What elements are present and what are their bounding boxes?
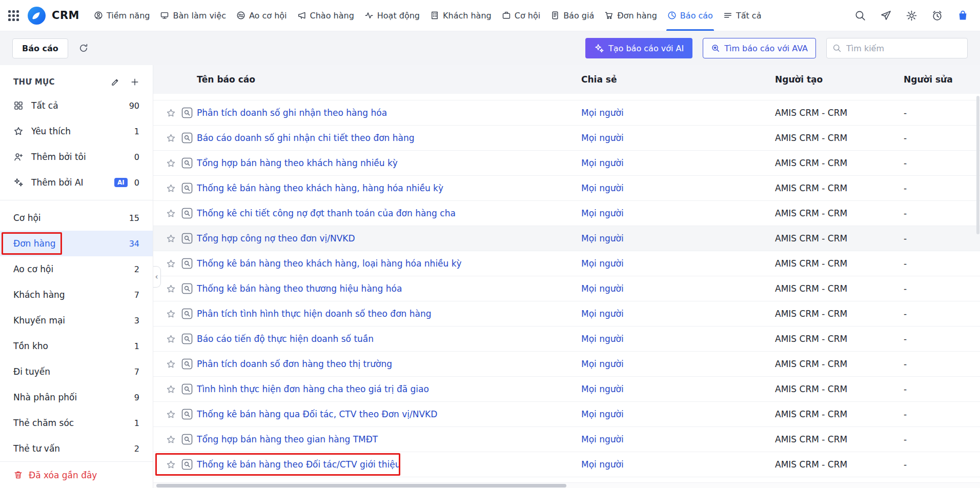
create-report-ai-button[interactable]: Tạo báo cáo với AI [585, 38, 692, 58]
sidebar-item-3[interactable]: Thêm bởi tôi 0 [0, 144, 153, 170]
refresh-icon[interactable] [78, 43, 89, 53]
preview-icon[interactable] [181, 233, 193, 244]
favorite-star-icon[interactable] [166, 259, 176, 269]
favorite-star-icon[interactable] [166, 209, 176, 218]
share-link[interactable]: Mọi người [581, 133, 775, 143]
preview-icon[interactable] [181, 459, 193, 470]
favorite-star-icon[interactable] [166, 460, 176, 470]
preview-icon[interactable] [181, 157, 193, 169]
nav-item-9[interactable]: Đơn hàng [604, 0, 657, 31]
vertical-scrollbar-thumb[interactable] [976, 96, 979, 234]
report-row-7[interactable]: Thống kê bán hàng theo khách hàng, loại … [153, 251, 980, 276]
app-launcher-icon[interactable] [8, 10, 19, 21]
report-name-link[interactable]: Tổng hợp công nợ theo đơn vị/NVKD [197, 233, 581, 243]
favorite-star-icon[interactable] [166, 284, 176, 294]
vertical-scrollbar[interactable] [976, 94, 980, 482]
sidebar-folder-4[interactable]: Khách hàng 7 [0, 282, 153, 308]
preview-icon[interactable] [181, 308, 193, 319]
report-row-6[interactable]: Tổng hợp công nợ theo đơn vị/NVKD Mọi ng… [153, 226, 980, 251]
find-report-ava-button[interactable]: Tìm báo cáo với AVA [703, 38, 816, 58]
report-row-3[interactable]: Tổng hợp bán hàng theo khách hàng nhiều … [153, 151, 980, 176]
favorite-star-icon[interactable] [166, 359, 176, 369]
favorite-star-icon[interactable] [166, 384, 176, 394]
sidebar-item-2[interactable]: Yêu thích 1 [0, 118, 153, 144]
report-row-9[interactable]: Phân tích tình hình thực hiện doanh số t… [153, 301, 980, 327]
sidebar-folder-6[interactable]: Tồn kho 1 [0, 333, 153, 359]
add-plus-icon[interactable] [130, 77, 139, 87]
report-name-link[interactable]: Thống kê bán hàng theo khách hàng, hàng … [197, 183, 581, 193]
search-icon[interactable] [854, 10, 866, 22]
preview-icon[interactable] [181, 358, 193, 370]
report-name-link[interactable]: Báo cáo tiến độ thực hiện doanh số tuần [197, 334, 581, 344]
share-link[interactable]: Mọi người [581, 334, 775, 344]
favorite-star-icon[interactable] [166, 410, 176, 419]
share-link[interactable]: Mọi người [581, 283, 775, 294]
preview-icon[interactable] [181, 132, 193, 144]
nav-item-3[interactable]: Ao cơ hội [236, 0, 287, 31]
report-name-link[interactable]: Thống kê bán hàng qua Đối tác, CTV theo … [197, 409, 581, 419]
store-bag-icon[interactable] [957, 10, 969, 22]
nav-item-7[interactable]: Cơ hội [502, 0, 540, 31]
report-name-link[interactable]: Thống kê chi tiết công nợ đợt thanh toán… [197, 208, 581, 218]
sidebar-folder-10[interactable]: Thẻ tư vấn 2 [0, 436, 153, 461]
sidebar-item-1[interactable]: Tất cả 90 [0, 93, 153, 118]
favorite-star-icon[interactable] [166, 133, 176, 143]
favorite-star-icon[interactable] [166, 334, 176, 344]
sidebar-folder-9[interactable]: Thẻ chăm sóc 1 [0, 410, 153, 436]
report-row-15[interactable]: Thống kê bán hàng theo Đối tác/CTV giới … [153, 452, 980, 477]
nav-item-6[interactable]: Khách hàng [430, 0, 492, 31]
nav-item-2[interactable]: Bàn làm việc [160, 0, 226, 31]
report-name-link[interactable]: Tổng hợp bán hàng theo khách hàng nhiều … [197, 158, 581, 168]
report-row-10[interactable]: Báo cáo tiến độ thực hiện doanh số tuần … [153, 327, 980, 352]
share-link[interactable]: Mọi người [581, 158, 775, 168]
report-name-link[interactable]: Phân tích doanh số đơn hàng theo thị trư… [197, 359, 581, 369]
preview-icon[interactable] [181, 434, 193, 445]
preview-icon[interactable] [181, 258, 193, 269]
share-link[interactable]: Mọi người [581, 384, 775, 394]
search-input[interactable] [846, 44, 962, 53]
preview-icon[interactable] [181, 383, 193, 395]
sidebar-folder-5[interactable]: Khuyến mại 3 [0, 308, 153, 333]
favorite-star-icon[interactable] [166, 309, 176, 319]
report-row-12[interactable]: Tình hình thực hiện đơn hàng cha theo gi… [153, 377, 980, 402]
nav-item-5[interactable]: Hoạt động [364, 0, 420, 31]
report-row-11[interactable]: Phân tích doanh số đơn hàng theo thị trư… [153, 352, 980, 377]
nav-item-4[interactable]: Chào hàng [297, 0, 354, 31]
sidebar-collapse-handle[interactable]: ‹ [153, 266, 161, 288]
share-link[interactable]: Mọi người [581, 258, 775, 269]
share-link[interactable]: Mọi người [581, 183, 775, 193]
report-name-link[interactable]: Thống kê bán hàng theo khách hàng, loại … [197, 258, 581, 269]
preview-icon[interactable] [181, 107, 193, 118]
settings-gear-icon[interactable] [906, 10, 917, 22]
report-row-13[interactable]: Thống kê bán hàng qua Đối tác, CTV theo … [153, 402, 980, 427]
report-name-link[interactable]: Tổng hợp bán hàng theo gian hàng TMĐT [197, 434, 581, 444]
favorite-star-icon[interactable] [166, 108, 176, 118]
sidebar-folder-7[interactable]: Đi tuyến 7 [0, 359, 153, 384]
reminder-clock-icon[interactable] [931, 10, 943, 22]
horizontal-scrollbar-thumb[interactable] [156, 484, 566, 487]
preview-icon[interactable] [181, 208, 193, 219]
sidebar-item-4[interactable]: Thêm bởi AI AI0 [0, 170, 153, 195]
preview-icon[interactable] [181, 333, 193, 344]
nav-item-11[interactable]: Tất cả [723, 0, 762, 31]
favorite-star-icon[interactable] [166, 435, 176, 444]
send-icon[interactable] [880, 10, 892, 22]
nav-item-10[interactable]: Báo cáo [667, 0, 713, 31]
share-link[interactable]: Mọi người [581, 359, 775, 369]
share-link[interactable]: Mọi người [581, 233, 775, 243]
favorite-star-icon[interactable] [166, 234, 176, 243]
preview-icon[interactable] [181, 409, 193, 420]
preview-icon[interactable] [181, 182, 193, 194]
nav-item-1[interactable]: Tiềm năng [94, 0, 150, 31]
sidebar-folder-1[interactable]: Cơ hội 15 [0, 205, 153, 231]
report-name-link[interactable]: Tình hình thực hiện đơn hàng cha theo gi… [197, 384, 581, 394]
report-name-link[interactable]: Phân tích doanh số ghi nhận theo hàng hó… [197, 108, 581, 118]
report-name-link[interactable]: Phân tích tình hình thực hiện doanh số t… [197, 309, 581, 319]
report-row-14[interactable]: Tổng hợp bán hàng theo gian hàng TMĐT Mọ… [153, 427, 980, 452]
share-link[interactable]: Mọi người [581, 434, 775, 444]
sidebar-folder-3[interactable]: Ao cơ hội 2 [0, 256, 153, 282]
report-title-button[interactable]: Báo cáo [12, 38, 68, 58]
preview-icon[interactable] [181, 283, 193, 294]
recently-deleted-button[interactable]: Đã xóa gần đây [0, 461, 153, 488]
nav-item-8[interactable]: Báo giá [550, 0, 594, 31]
